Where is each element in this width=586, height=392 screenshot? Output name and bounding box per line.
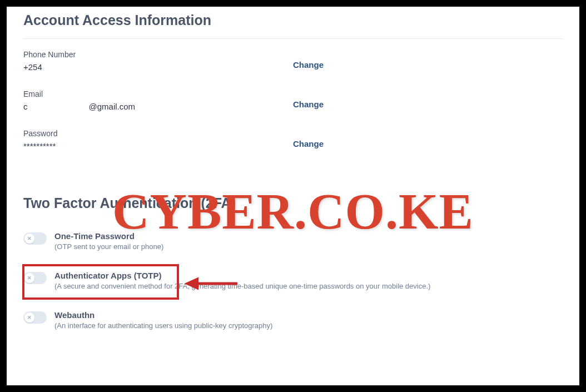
password-row: Password ********** Change <box>23 129 563 151</box>
otp-desc: (OTP sent to your email or phone) <box>54 242 163 252</box>
phone-prefix: +254 <box>23 62 42 72</box>
toggle-knob: ✕ <box>24 273 34 283</box>
phone-row: Phone Number +254 Change <box>23 50 563 72</box>
tfa-title: Two Factor Authentication (2FA) <box>23 195 563 211</box>
phone-value: +254 <box>23 62 293 72</box>
divider <box>23 38 563 39</box>
email-label: Email <box>23 90 293 98</box>
password-value: ********** <box>23 141 293 151</box>
password-label: Password <box>23 129 293 138</box>
tfa-card: Two Factor Authentication (2FA) ✕ One-Ti… <box>7 195 579 335</box>
tfa-option-webauthn: ✕ Webauthn (An interface for authenticat… <box>23 307 563 334</box>
phone-label: Phone Number <box>23 50 293 59</box>
settings-panel: Account Access Information Phone Number … <box>7 7 579 385</box>
change-phone-button[interactable]: Change <box>293 60 324 70</box>
x-icon: ✕ <box>27 276 32 281</box>
email-redacted <box>28 103 89 111</box>
totp-desc: (A secure and convenient method for 2FA,… <box>54 281 430 291</box>
otp-label: One-Time Password <box>54 231 163 241</box>
x-icon: ✕ <box>27 315 32 320</box>
account-access-card: Account Access Information Phone Number … <box>7 12 579 151</box>
email-suffix: @gmail.com <box>89 102 136 111</box>
email-row: Email c@gmail.com Change <box>23 90 563 111</box>
otp-toggle[interactable]: ✕ <box>23 232 47 245</box>
phone-redacted <box>44 64 106 72</box>
tfa-option-otp: ✕ One-Time Password (OTP sent to your em… <box>23 228 563 255</box>
totp-toggle[interactable]: ✕ <box>23 272 47 284</box>
webauthn-label: Webauthn <box>54 310 272 320</box>
email-prefix: c <box>23 102 28 111</box>
change-password-button[interactable]: Change <box>293 139 324 148</box>
toggle-knob: ✕ <box>24 234 34 244</box>
toggle-knob: ✕ <box>24 312 34 322</box>
totp-label: Authenticator Apps (TOTP) <box>54 271 430 280</box>
tfa-option-totp: ✕ Authenticator Apps (TOTP) (A secure an… <box>23 267 563 295</box>
webauthn-toggle[interactable]: ✕ <box>23 311 47 324</box>
account-access-title: Account Access Information <box>23 12 563 28</box>
x-icon: ✕ <box>27 236 32 241</box>
email-value: c@gmail.com <box>23 102 293 111</box>
webauthn-desc: (An interface for authenticating users u… <box>54 321 272 331</box>
change-email-button[interactable]: Change <box>293 100 324 109</box>
